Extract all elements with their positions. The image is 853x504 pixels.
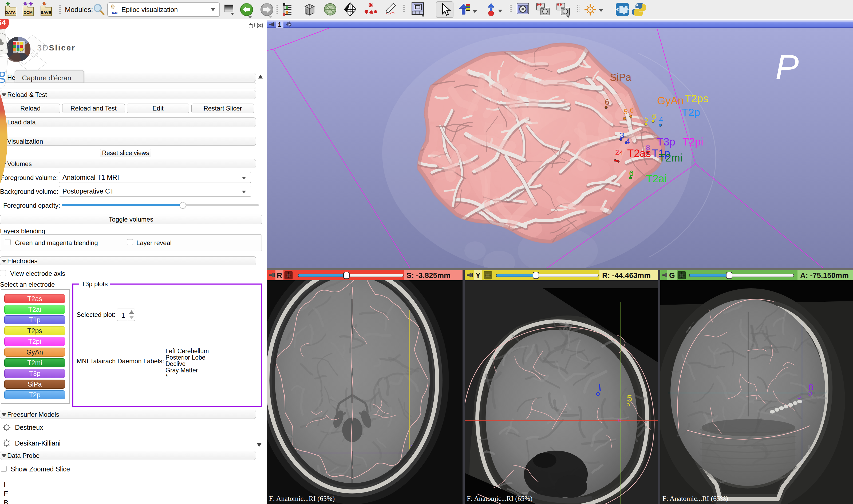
svg-text:T2ai: T2ai	[646, 173, 667, 184]
svg-text:6: 6	[630, 106, 634, 114]
svg-text:T2p: T2p	[682, 107, 700, 118]
svg-text:T3p: T3p	[657, 136, 675, 148]
svg-text:DCM: DCM	[23, 10, 33, 15]
svg-text:8: 8	[809, 382, 814, 392]
svg-text:R: -44.463mm: R: -44.463mm	[602, 271, 651, 280]
svg-text:4: 4	[625, 137, 630, 145]
svg-text:SiPa: SiPa	[610, 72, 632, 83]
svg-text:ICM: ICM	[112, 11, 117, 14]
svg-text:4: 4	[619, 149, 623, 157]
svg-text:6: 6	[629, 169, 634, 178]
svg-text:G: G	[669, 271, 675, 280]
svg-text:Y: Y	[476, 271, 481, 280]
svg-text:5: 5	[624, 108, 628, 116]
svg-text:T2mi: T2mi	[659, 152, 683, 164]
svg-text:T2pi: T2pi	[683, 136, 703, 148]
svg-text:A: -75.150mm: A: -75.150mm	[800, 271, 849, 280]
svg-text:R: R	[277, 271, 282, 280]
svg-text:6: 6	[605, 97, 609, 106]
svg-text:2: 2	[615, 148, 619, 156]
svg-text:T2as: T2as	[627, 147, 651, 159]
svg-text:DATA: DATA	[5, 10, 16, 15]
svg-text:Modules:: Modules:	[65, 6, 93, 14]
svg-text:g: g	[0, 65, 7, 83]
svg-text:5: 5	[627, 393, 632, 403]
svg-text:SAVE: SAVE	[40, 10, 51, 15]
svg-text:5: 5	[644, 115, 649, 123]
svg-text:3: 3	[620, 131, 624, 140]
svg-text:GyAn: GyAn	[657, 95, 684, 107]
svg-text:S: -3.825mm: S: -3.825mm	[406, 271, 451, 280]
svg-text:1: 1	[278, 21, 281, 28]
svg-text:6: 6	[652, 112, 656, 120]
svg-text:54: 54	[0, 19, 6, 27]
svg-text:P: P	[775, 47, 799, 87]
svg-text:T2ps: T2ps	[685, 93, 708, 104]
svg-text:Epiloc visualization: Epiloc visualization	[122, 6, 178, 13]
svg-text:4: 4	[659, 115, 663, 124]
